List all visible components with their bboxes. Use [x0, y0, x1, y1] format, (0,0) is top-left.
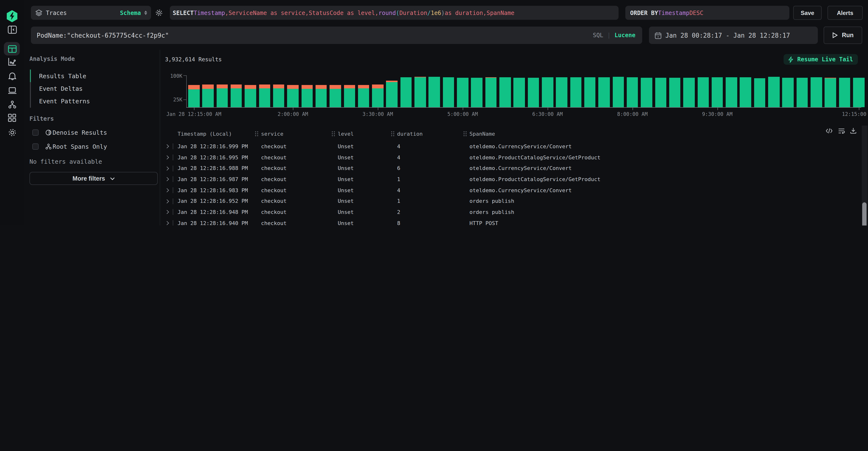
- filter-denoise-results[interactable]: Denoise Results: [32, 129, 107, 136]
- order-by-input[interactable]: ORDER BY Timestamp DESC: [625, 6, 789, 20]
- mode-sql[interactable]: SQL: [593, 32, 603, 39]
- table-row[interactable]: Jan 28 12:28:16.988 PMcheckoutUnset6otel…: [160, 163, 868, 174]
- histogram-bar[interactable]: [301, 85, 313, 107]
- nav-service-map-icon[interactable]: [0, 98, 24, 110]
- histogram-bar[interactable]: [584, 77, 596, 107]
- table-row[interactable]: Jan 28 12:28:16.940 PMcheckoutUnset8HTTP…: [160, 218, 868, 225]
- more-filters-button[interactable]: More filters: [29, 172, 158, 185]
- run-button[interactable]: Run: [824, 27, 862, 44]
- analysis-mode-event-deltas[interactable]: Event Deltas: [39, 82, 83, 95]
- histogram-bar[interactable]: [400, 77, 412, 107]
- expand-row-icon[interactable]: [165, 221, 169, 225]
- table-row[interactable]: Jan 28 12:28:16.999 PMcheckoutUnset4otel…: [160, 141, 868, 152]
- histogram-bar[interactable]: [839, 78, 850, 107]
- histogram-bar[interactable]: [598, 78, 610, 107]
- histogram-bar[interactable]: [429, 77, 440, 107]
- histogram-bar[interactable]: [797, 78, 808, 107]
- download-icon[interactable]: [850, 128, 857, 134]
- histogram-bar[interactable]: [683, 78, 694, 107]
- drag-handle-icon[interactable]: [255, 131, 259, 137]
- nav-search-icon[interactable]: [0, 43, 24, 55]
- histogram-bar[interactable]: [188, 85, 199, 107]
- table-row[interactable]: Jan 28 12:28:16.952 PMcheckoutUnset1orde…: [160, 196, 868, 207]
- filter-root-spans-only[interactable]: Root Spans Only: [32, 143, 107, 150]
- alerts-button[interactable]: Alerts: [828, 6, 863, 20]
- histogram-bar[interactable]: [457, 78, 468, 107]
- histogram-bar[interactable]: [315, 85, 327, 107]
- column-header-level[interactable]: level: [338, 130, 397, 138]
- histogram-bar[interactable]: [641, 78, 652, 107]
- histogram-bar[interactable]: [825, 78, 836, 107]
- histogram-bar[interactable]: [330, 85, 341, 107]
- scrollbar-track[interactable]: [862, 125, 868, 225]
- expand-row-icon[interactable]: [165, 177, 169, 181]
- expand-row-icon[interactable]: [165, 166, 169, 170]
- root-spans-checkbox[interactable]: [32, 143, 39, 150]
- app-logo[interactable]: [0, 10, 24, 22]
- table-row[interactable]: Jan 28 12:28:16.987 PMcheckoutUnset1otel…: [160, 174, 868, 185]
- table-row[interactable]: Jan 28 12:28:16.983 PMcheckoutUnset4otel…: [160, 185, 868, 196]
- column-header-spanname[interactable]: SpanName: [469, 130, 868, 138]
- histogram-bar[interactable]: [698, 78, 709, 107]
- histogram-bar[interactable]: [485, 77, 496, 107]
- date-range-picker[interactable]: Jan 28 00:28:17 - Jan 28 12:28:17: [649, 27, 818, 44]
- search-input[interactable]: PodName:"checkout-675775c4cc-f2p9c" SQL …: [31, 27, 642, 44]
- histogram-bar[interactable]: [287, 85, 299, 107]
- histogram-bar[interactable]: [499, 77, 511, 107]
- mode-lucene[interactable]: Lucene: [615, 32, 636, 39]
- histogram-bar[interactable]: [386, 81, 398, 107]
- drag-handle-icon[interactable]: [463, 131, 467, 137]
- histogram-bar[interactable]: [853, 78, 864, 107]
- expand-row-icon[interactable]: [165, 144, 169, 148]
- drag-handle-icon[interactable]: [332, 131, 335, 137]
- histogram-bar[interactable]: [414, 77, 426, 107]
- histogram-bar[interactable]: [655, 78, 666, 107]
- histogram-bar[interactable]: [768, 77, 779, 107]
- source-settings-gear-icon[interactable]: [152, 6, 166, 20]
- histogram-bar[interactable]: [726, 77, 737, 107]
- expand-row-icon[interactable]: [165, 188, 169, 192]
- nav-sessions-icon[interactable]: [0, 85, 24, 96]
- drag-handle-icon[interactable]: [391, 131, 395, 137]
- text-wrap-icon[interactable]: [838, 128, 845, 134]
- histogram-bar[interactable]: [556, 77, 567, 107]
- histogram-bar[interactable]: [627, 78, 638, 107]
- histogram-bar[interactable]: [203, 85, 214, 107]
- histogram-bar[interactable]: [259, 85, 270, 107]
- histogram-bar[interactable]: [514, 78, 525, 107]
- source-select[interactable]: Traces Schema: [31, 6, 151, 20]
- collapse-sidebar-icon[interactable]: [0, 24, 24, 35]
- sql-select-input[interactable]: SELECT Timestamp, ServiceName as service…: [170, 6, 619, 20]
- histogram-bar[interactable]: [273, 85, 284, 107]
- histogram-bar[interactable]: [542, 77, 553, 107]
- histogram-bar[interactable]: [570, 78, 581, 107]
- histogram-bar[interactable]: [811, 77, 822, 107]
- analysis-mode-event-patterns[interactable]: Event Patterns: [39, 95, 90, 108]
- view-code-icon[interactable]: [826, 128, 833, 134]
- denoise-checkbox[interactable]: [32, 130, 39, 136]
- expand-row-icon[interactable]: [165, 156, 169, 160]
- histogram-bar[interactable]: [528, 78, 539, 107]
- column-header-duration[interactable]: duration: [397, 130, 469, 138]
- nav-alerts-icon[interactable]: [0, 70, 24, 82]
- expand-row-icon[interactable]: [165, 210, 169, 214]
- nav-chart-explorer-icon[interactable]: [0, 56, 24, 67]
- scrollbar-thumb[interactable]: [862, 202, 866, 225]
- expand-row-icon[interactable]: [165, 199, 169, 203]
- histogram-bar[interactable]: [245, 85, 256, 107]
- histogram-bar[interactable]: [740, 77, 751, 107]
- schema-label[interactable]: Schema: [120, 9, 141, 16]
- histogram-bar[interactable]: [613, 77, 624, 107]
- histogram-bar[interactable]: [216, 85, 228, 107]
- analysis-mode-results-table[interactable]: Results Table: [39, 69, 86, 82]
- histogram-bar[interactable]: [782, 78, 794, 107]
- column-header-timestamp-local-[interactable]: Timestamp (Local): [178, 130, 261, 138]
- table-row[interactable]: Jan 28 12:28:16.995 PMcheckoutUnset4otel…: [160, 152, 868, 163]
- histogram-bar[interactable]: [358, 85, 369, 107]
- histogram-bar[interactable]: [230, 85, 242, 107]
- histogram-bar[interactable]: [712, 77, 723, 107]
- histogram-bar[interactable]: [372, 85, 383, 107]
- column-header-service[interactable]: service: [261, 130, 338, 138]
- histogram-bar[interactable]: [443, 77, 454, 107]
- table-row[interactable]: Jan 28 12:28:16.948 PMcheckoutUnset2orde…: [160, 207, 868, 218]
